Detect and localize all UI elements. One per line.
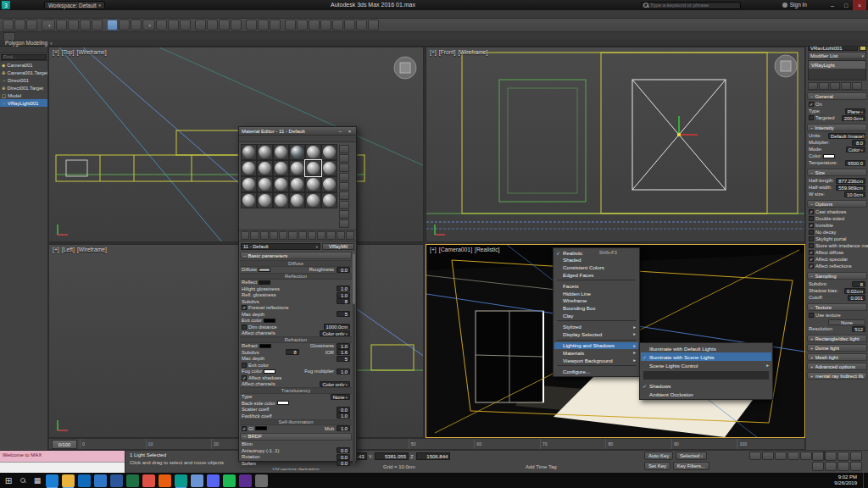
param-row[interactable]: Exit color xyxy=(240,318,352,324)
color-swatch[interactable] xyxy=(259,344,271,348)
angle-snap-icon[interactable] xyxy=(207,19,218,30)
param-row[interactable]: Refl. glossiness1.0 xyxy=(240,292,352,299)
checkbox[interactable] xyxy=(809,250,814,255)
color-swatch[interactable] xyxy=(264,369,275,374)
param-row[interactable]: Subdivs8IOR1.6 xyxy=(240,349,352,356)
redo-icon[interactable] xyxy=(31,1,41,9)
param-row[interactable]: Half-width:559.969cm xyxy=(807,184,867,191)
context-menu-item[interactable]: ✓ Illuminate with Default Lights ▸ xyxy=(641,344,771,352)
param-row[interactable]: No decay xyxy=(807,229,867,236)
checkbox[interactable] xyxy=(809,102,814,107)
viewport-menu-plus[interactable]: [+] xyxy=(53,247,59,252)
context-menu-item[interactable]: ✓ Stylized ▸ xyxy=(554,323,638,330)
make-unique-icon[interactable] xyxy=(279,231,287,240)
toolbar-separator[interactable] xyxy=(103,19,106,30)
named-selection-sets-icon[interactable] xyxy=(246,19,257,30)
taskbar-search-icon[interactable] xyxy=(17,474,31,487)
context-menu-item[interactable]: ✓ Illuminate with Scene Lights ▸ xyxy=(641,352,771,361)
material-slot[interactable] xyxy=(321,160,337,176)
param-row[interactable]: Max depth5 xyxy=(240,311,352,318)
checkbox[interactable] xyxy=(809,257,814,262)
workspace-dropdown[interactable]: Workspace: Default xyxy=(44,1,105,9)
param-row[interactable]: Color: xyxy=(807,152,867,159)
color-swatch[interactable] xyxy=(259,268,270,272)
show-end-result-icon[interactable] xyxy=(317,231,326,240)
ribbon-panel-polygon-modeling[interactable]: Polygon Modeling xyxy=(5,40,53,46)
param-row[interactable]: W size:10.0cm xyxy=(807,191,867,197)
context-menu-item[interactable]: ✓ Shadows ▸ xyxy=(641,381,771,390)
next-frame-button[interactable] xyxy=(787,452,799,460)
material-slot[interactable] xyxy=(321,176,337,192)
material-slot[interactable] xyxy=(289,160,305,176)
add-time-tag[interactable]: Add Time Tag xyxy=(526,464,557,469)
maxscript-mini-listener[interactable]: Welcome to MAX xyxy=(0,451,125,474)
pick-from-object-icon[interactable] xyxy=(346,231,354,240)
viewport-left[interactable]: [+] [Left] [Wireframe] xyxy=(48,244,424,438)
param-row[interactable]: Dim distance1000.0cm xyxy=(240,324,352,330)
select-and-scale-icon[interactable] xyxy=(131,19,142,30)
material-slot[interactable] xyxy=(321,144,337,160)
time-ruler[interactable]: 0102030405060708090100 xyxy=(80,439,803,450)
go-to-start-button[interactable] xyxy=(749,452,761,460)
toolbar-separator[interactable] xyxy=(281,19,284,30)
bind-to-space-warp-icon[interactable] xyxy=(26,19,37,30)
material-map-navigator-icon[interactable] xyxy=(339,219,349,228)
viewport-pov-label[interactable]: [Camera001] xyxy=(439,247,472,252)
viewport-shading-label[interactable]: [Wireframe] xyxy=(77,49,107,55)
save-icon[interactable] xyxy=(13,1,22,9)
checkbox[interactable] xyxy=(809,230,814,235)
rollout-header[interactable]: − Size xyxy=(807,169,867,176)
checkbox[interactable] xyxy=(809,313,814,318)
keyboard-override-icon[interactable] xyxy=(180,19,191,30)
close-icon[interactable]: × xyxy=(346,129,353,134)
backlight-icon[interactable] xyxy=(339,154,349,163)
task-view-icon[interactable]: ▦ xyxy=(31,474,44,487)
material-slot[interactable] xyxy=(241,144,257,160)
taskbar-clock[interactable]: 9:02 PM 9/26/2019 xyxy=(831,474,860,486)
material-slot[interactable] xyxy=(257,160,273,176)
window-crossing-icon[interactable] xyxy=(92,19,103,30)
param-row[interactable]: Hilight glossiness1.0 xyxy=(240,286,352,292)
taskbar-app-edge[interactable] xyxy=(46,474,58,487)
select-and-manipulate-icon[interactable] xyxy=(168,19,179,30)
param-row[interactable]: GIMult1.0 xyxy=(240,425,352,432)
context-menu-item[interactable]: ✓ Scene Lights Control ▸ xyxy=(641,361,771,369)
configure-modifier-sets-icon[interactable] xyxy=(852,82,862,90)
taskbar-app-store[interactable] xyxy=(78,474,91,487)
material-slot[interactable] xyxy=(305,160,321,176)
taskbar-app-media[interactable] xyxy=(159,474,171,487)
get-material-icon[interactable] xyxy=(241,231,249,240)
context-menu-item[interactable]: ✓ Lighting and Shadows ▸ xyxy=(554,342,638,350)
context-menu-item[interactable]: ✓ Consistent Colors ▸ xyxy=(554,263,638,271)
context-menu-item[interactable]: ✓ Hidden Line ▸ xyxy=(554,290,638,297)
param-row[interactable]: On xyxy=(807,101,867,108)
select-and-move-icon[interactable] xyxy=(107,19,118,30)
taskbar-app-mail[interactable] xyxy=(94,474,107,487)
param-row[interactable]: Reflect xyxy=(240,280,352,286)
param-row[interactable]: Fog colorFog multiplier1.0 xyxy=(240,369,352,375)
material-slot[interactable] xyxy=(241,160,257,176)
param-row[interactable]: Anisotropy (-1..1)0.0 xyxy=(240,447,352,454)
context-menu-item[interactable]: ✓ Edged Faces ▸ xyxy=(554,271,638,279)
context-menu-item[interactable]: ✓ Viewport Background ▸ xyxy=(554,357,638,364)
material-slot[interactable] xyxy=(273,160,289,176)
rendered-frame-icon[interactable] xyxy=(356,19,367,30)
selection-filter-dropdown[interactable] xyxy=(42,19,55,30)
param-row[interactable]: Shadow bias:0.02cm xyxy=(807,287,867,294)
param-row[interactable]: Fwd/bck coeff1.0 xyxy=(240,413,352,419)
param-row[interactable]: Fresnel reflections xyxy=(240,305,352,312)
checkbox[interactable] xyxy=(809,236,814,241)
context-menu-item[interactable]: ✓ Shaded ▸ xyxy=(554,257,638,264)
material-slot[interactable] xyxy=(289,176,305,192)
material-editor-titlebar[interactable]: Material Editor - 11 - Default – × xyxy=(239,127,356,136)
context-menu-item[interactable]: ✓ Realistic Shift+F3 ▸ xyxy=(554,249,638,257)
param-row[interactable]: Cast shadows xyxy=(807,208,867,215)
param-row[interactable]: Affect channelsColor only xyxy=(240,330,352,337)
toolbar-separator[interactable] xyxy=(38,19,41,30)
material-slot[interactable] xyxy=(305,144,321,160)
param-row[interactable]: Rotation0.0 xyxy=(240,454,352,461)
checkbox[interactable] xyxy=(809,115,814,120)
rollout-header-collapsed[interactable]: + mental ray Indirect Illumination xyxy=(807,372,867,380)
coord-y-field[interactable]: 5381.055 xyxy=(375,452,409,460)
zoom-icon[interactable] xyxy=(812,452,824,461)
